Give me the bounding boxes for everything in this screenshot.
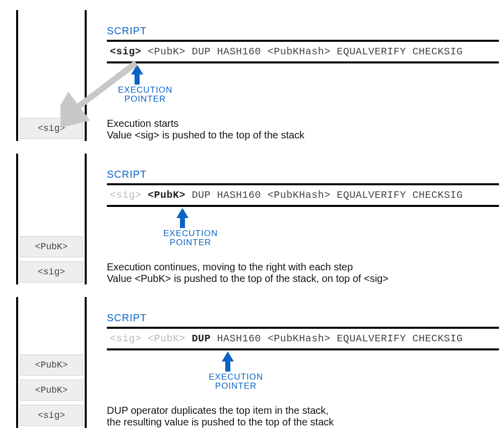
script-token: <sig> <box>110 46 142 57</box>
stack-column: <PubK><PubK><sig> <box>16 297 87 428</box>
script-label: SCRIPT <box>107 169 499 180</box>
stack-label: STACK <box>0 101 2 138</box>
arrow-stem-icon <box>180 217 185 228</box>
script-token: <sig> <box>110 333 142 344</box>
stack-label: STACK <box>0 244 2 282</box>
script-token: EQUALVERIFY <box>337 333 406 344</box>
script-token: <PubK> <box>148 46 185 57</box>
script-panel: SCRIPT<sig> <PubK> DUP HASH160 <PubKHash… <box>107 297 499 428</box>
pointer-label: EXECUTIONPOINTER <box>163 229 218 247</box>
script-token: <PubKHash> <box>268 46 331 57</box>
arrow-up-icon <box>222 351 234 361</box>
execution-pointer: EXECUTIONPOINTER <box>107 63 499 99</box>
script-bar: <sig> <PubK> DUP HASH160 <PubKHash> EQUA… <box>107 327 499 350</box>
script-token: HASH160 <box>217 46 262 57</box>
script-panel: SCRIPT<sig> <PubK> DUP HASH160 <PubKHash… <box>107 154 499 284</box>
script-label: SCRIPT <box>107 312 499 324</box>
script-token: <PubK> <box>148 333 185 344</box>
arrow-up-icon <box>176 208 188 218</box>
script-token: HASH160 <box>217 189 262 201</box>
step-description: Execution continues, moving to the right… <box>107 261 499 284</box>
script-token: <PubKHash> <box>268 189 331 201</box>
script-token: DUP <box>192 333 211 344</box>
script-panel: SCRIPT<sig> <PubK> DUP HASH160 <PubKHash… <box>107 10 499 141</box>
pointer-label: EXECUTIONPOINTER <box>209 373 263 391</box>
execution-pointer: EXECUTIONPOINTER <box>107 207 499 242</box>
script-token: HASH160 <box>217 333 262 344</box>
script-bar: <sig> <PubK> DUP HASH160 <PubKHash> EQUA… <box>107 183 499 207</box>
script-token: <PubK> <box>148 189 185 201</box>
script-token: <PubKHash> <box>268 333 331 344</box>
arrow-stem-icon <box>225 360 230 372</box>
svg-line-0 <box>70 63 136 113</box>
script-token: EQUALVERIFY <box>337 189 406 201</box>
stack-item: <sig> <box>20 261 83 282</box>
script-token: EQUALVERIFY <box>337 46 406 57</box>
execution-step: STACK<PubK><PubK><sig>SCRIPT<sig> <PubK>… <box>5 297 499 428</box>
stack-item: <PubK> <box>20 354 83 376</box>
script-token: DUP <box>192 189 211 201</box>
step-description: DUP operator duplicates the top item in … <box>107 405 499 428</box>
script-token: <sig> <box>110 189 142 201</box>
stack-label: STACK <box>0 388 2 425</box>
execution-pointer: EXECUTIONPOINTER <box>107 350 499 386</box>
script-label: SCRIPT <box>107 25 499 37</box>
execution-step: STACK<PubK><sig>SCRIPT<sig> <PubK> DUP H… <box>5 154 499 284</box>
script-token: DUP <box>192 46 211 57</box>
script-token: CHECKSIG <box>412 333 463 344</box>
stack-item: <PubK> <box>20 236 83 257</box>
push-arrow-icon <box>60 58 151 128</box>
stack-column: <PubK><sig> <box>16 154 87 284</box>
execution-step: STACK<sig>SCRIPT<sig> <PubK> DUP HASH160… <box>5 10 499 141</box>
script-bar: <sig> <PubK> DUP HASH160 <PubKHash> EQUA… <box>107 40 499 63</box>
stack-item: <PubK> <box>20 380 83 401</box>
script-token: CHECKSIG <box>412 189 463 201</box>
script-token: CHECKSIG <box>412 46 463 57</box>
step-description: Execution startsValue <sig> is pushed to… <box>107 118 499 141</box>
stack-item: <sig> <box>20 405 83 426</box>
